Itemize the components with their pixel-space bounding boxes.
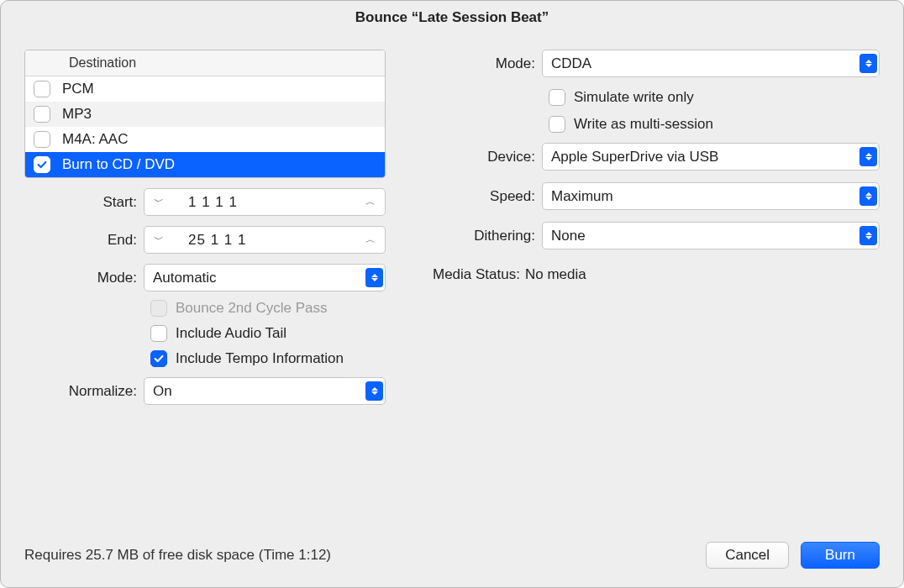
bounce-mode-value: Automatic	[153, 270, 365, 286]
destination-row-burn[interactable]: Burn to CD / DVD	[25, 152, 385, 177]
chevron-down-icon[interactable]: ﹀	[151, 233, 166, 247]
end-row: End: ﹀ 25 1 1 1 ︿	[24, 226, 386, 254]
chevron-down-icon[interactable]: ﹀	[151, 195, 166, 209]
updown-icon[interactable]	[365, 268, 383, 287]
destination-checkbox-mp3[interactable]	[34, 106, 50, 123]
start-value[interactable]: 1 1 1 1	[166, 194, 363, 211]
burn-mode-value: CDDA	[551, 55, 859, 72]
end-stepper[interactable]: ﹀ 25 1 1 1 ︿	[144, 226, 386, 254]
speed-row: Speed: Maximum	[433, 182, 880, 210]
destination-list: Destination PCM MP3 M4A: AAC	[24, 50, 386, 178]
destination-checkbox-burn[interactable]	[34, 156, 50, 173]
dialog-body: Destination PCM MP3 M4A: AAC	[1, 33, 903, 542]
dithering-label: Dithering:	[433, 228, 542, 244]
destination-label: Burn to CD / DVD	[62, 156, 175, 173]
burn-mode-row: Mode: CDDA	[433, 50, 880, 77]
destination-row-mp3[interactable]: MP3	[25, 102, 385, 127]
disk-space-status: Requires 25.7 MB of free disk space (Tim…	[24, 547, 331, 564]
bounce-2nd-cycle-label: Bounce 2nd Cycle Pass	[176, 300, 328, 317]
end-label: End:	[24, 232, 144, 249]
simulate-write-label: Simulate write only	[574, 89, 694, 106]
simulate-write-row[interactable]: Simulate write only	[549, 89, 880, 106]
burn-mode-dropdown[interactable]: CDDA	[542, 50, 880, 77]
right-column: Mode: CDDA Simulate write only Write as …	[433, 50, 880, 542]
normalize-dropdown[interactable]: On	[144, 377, 386, 405]
bounce-2nd-cycle-row: Bounce 2nd Cycle Pass	[150, 300, 386, 317]
chevron-up-icon[interactable]: ︿	[363, 233, 378, 247]
destination-label: PCM	[62, 81, 94, 97]
bounce-2nd-cycle-checkbox	[150, 300, 167, 317]
media-status-row: Media Status: No media	[433, 266, 880, 283]
include-tempo-row[interactable]: Include Tempo Information	[150, 350, 386, 367]
device-row: Device: Apple SuperDrive via USB	[433, 143, 880, 171]
dithering-value: None	[551, 228, 859, 244]
normalize-value: On	[153, 383, 365, 400]
dialog-footer: Requires 25.7 MB of free disk space (Tim…	[1, 542, 903, 587]
multi-session-row[interactable]: Write as multi-session	[549, 116, 880, 133]
burn-mode-label: Mode:	[433, 55, 542, 72]
include-audio-tail-label: Include Audio Tail	[176, 325, 286, 342]
media-status-label: Media Status:	[433, 266, 523, 283]
bounce-mode-label: Mode:	[24, 270, 144, 286]
destination-checkbox-m4a[interactable]	[34, 131, 50, 148]
updown-icon[interactable]	[859, 147, 877, 166]
device-value: Apple SuperDrive via USB	[551, 149, 859, 165]
destination-row-m4a[interactable]: M4A: AAC	[25, 127, 385, 152]
start-stepper[interactable]: ﹀ 1 1 1 1 ︿	[144, 188, 386, 216]
chevron-up-icon[interactable]: ︿	[363, 195, 378, 209]
normalize-row: Normalize: On	[24, 377, 386, 405]
dithering-row: Dithering: None	[433, 222, 880, 249]
destination-row-pcm[interactable]: PCM	[25, 76, 385, 102]
updown-icon[interactable]	[859, 186, 877, 206]
speed-value: Maximum	[551, 188, 859, 205]
include-audio-tail-row[interactable]: Include Audio Tail	[150, 325, 386, 342]
cancel-button[interactable]: Cancel	[706, 542, 789, 569]
bounce-dialog: Bounce “Late Session Beat” Destination P…	[0, 0, 904, 588]
destination-label: MP3	[62, 106, 92, 123]
include-tempo-label: Include Tempo Information	[176, 350, 344, 367]
start-row: Start: ﹀ 1 1 1 1 ︿	[24, 188, 386, 216]
dialog-title: Bounce “Late Session Beat”	[1, 1, 903, 33]
bounce-mode-dropdown[interactable]: Automatic	[144, 264, 386, 291]
multi-session-checkbox[interactable]	[549, 116, 565, 133]
destination-label: M4A: AAC	[62, 131, 128, 148]
multi-session-label: Write as multi-session	[574, 116, 713, 133]
destination-header: Destination	[25, 50, 385, 76]
dithering-dropdown[interactable]: None	[542, 222, 880, 249]
device-dropdown[interactable]: Apple SuperDrive via USB	[542, 143, 880, 171]
simulate-write-checkbox[interactable]	[549, 89, 565, 106]
updown-icon[interactable]	[859, 54, 877, 73]
speed-dropdown[interactable]: Maximum	[542, 182, 880, 210]
left-column: Destination PCM MP3 M4A: AAC	[24, 50, 386, 542]
include-audio-tail-checkbox[interactable]	[150, 325, 167, 342]
speed-label: Speed:	[433, 188, 542, 205]
destination-checkbox-pcm[interactable]	[34, 81, 50, 97]
normalize-label: Normalize:	[24, 383, 144, 400]
end-value[interactable]: 25 1 1 1	[166, 232, 363, 249]
device-label: Device:	[433, 149, 542, 165]
updown-icon[interactable]	[365, 381, 383, 401]
bounce-mode-row: Mode: Automatic	[24, 264, 386, 291]
burn-button[interactable]: Burn	[801, 542, 880, 569]
start-label: Start:	[24, 194, 144, 211]
include-tempo-checkbox[interactable]	[150, 350, 167, 367]
updown-icon[interactable]	[859, 226, 877, 245]
media-status-value: No media	[523, 266, 586, 283]
